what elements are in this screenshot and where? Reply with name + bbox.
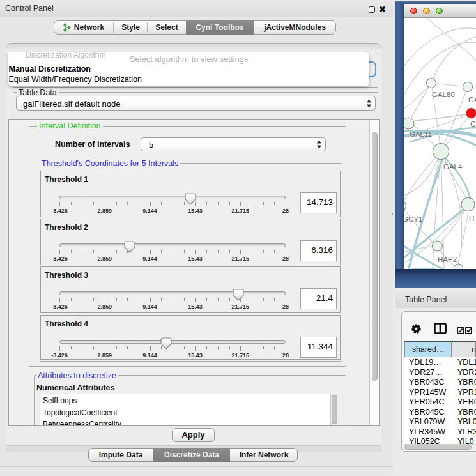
svg-text:GAL80: GAL80 (432, 91, 455, 98)
svg-text:HAP2: HAP2 (438, 256, 457, 263)
svg-text:GAL11: GAL11 (410, 130, 432, 138)
svg-text:GAL4: GAL4 (443, 163, 463, 171)
svg-text:H: H (469, 215, 474, 222)
svg-text:GA: GA (468, 96, 476, 104)
svg-text:C: C (470, 120, 475, 128)
svg-text:GCY1: GCY1 (404, 215, 422, 223)
